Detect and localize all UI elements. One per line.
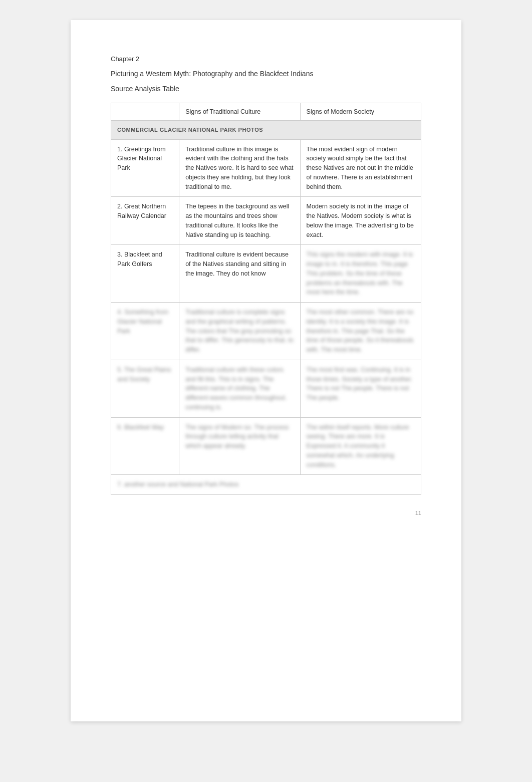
source-cell-3: 3. Blackfeet and Park Golfers [111,245,179,303]
traditional-text-6-blurred: The signs of Modern so. The process thro… [185,424,289,450]
traditional-text-1: Traditional culture in this image is evi… [185,146,293,190]
page-container: Chapter 2 Picturing a Western Myth: Phot… [71,20,461,721]
analysis-table: Signs of Traditional Culture Signs of Mo… [111,103,421,495]
chapter-label: Chapter 2 [111,55,421,63]
source-name-6-blurred: 6. Blackfeet Way [117,424,164,431]
traditional-cell-3: Traditional culture is evident because o… [179,245,300,303]
source-name-2: 2. Great Northern Railway Calendar [117,203,166,219]
modern-cell-2: Modern society is not in the image of th… [300,197,421,245]
traditional-cell-2: The tepees in the background as well as … [179,197,300,245]
table-row: 6. Blackfeet Way The signs of Modern so.… [111,417,421,475]
section-footer-text-blurred: 7. another source and National Park Phot… [117,481,239,488]
table-header-row: Signs of Traditional Culture Signs of Mo… [111,103,421,121]
col-header-traditional: Signs of Traditional Culture [179,103,300,121]
table-label: Source Analysis Table [111,85,421,93]
traditional-cell-6: The signs of Modern so. The process thro… [179,417,300,475]
traditional-text-4-blurred: Traditional culture is complete signs an… [185,309,294,353]
source-name-4-blurred: 4. Something from Glacier National Park [117,309,168,335]
source-cell-4: 4. Something from Glacier National Park [111,303,179,360]
modern-text-4-blurred: The most other common. There are no iden… [307,309,414,353]
source-name-3: 3. Blackfeet and Park Golfers [117,251,162,268]
modern-cell-5: The most first was. Continuing. It is in… [300,360,421,417]
page-number: 11 [111,510,421,516]
traditional-text-5-blurred: Traditional culture with these colors an… [185,366,287,411]
modern-text-1: The most evident sign of modern society … [307,146,413,190]
table-row: 7. another source and National Park Phot… [111,475,421,495]
section-header-label: COMMERCIAL GLACIER NATIONAL PARK PHOTOS [111,121,421,140]
table-row: 2. Great Northern Railway Calendar The t… [111,197,421,245]
source-name-5-blurred: 5. The Great Plains and Society [117,366,171,383]
col-header-source [111,103,179,121]
source-cell-6: 6. Blackfeet Way [111,417,179,475]
traditional-cell-1: Traditional culture in this image is evi… [179,139,300,197]
section-header-row: COMMERCIAL GLACIER NATIONAL PARK PHOTOS [111,121,421,140]
table-row: 5. The Great Plains and Society Traditio… [111,360,421,417]
traditional-cell-4: Traditional culture is complete signs an… [179,303,300,360]
table-row: 4. Something from Glacier National Park … [111,303,421,360]
modern-cell-6: The within itself reports. More culture … [300,417,421,475]
page-title: Picturing a Western Myth: Photography an… [111,70,421,78]
modern-text-5-blurred: The most first was. Continuing. It is in… [307,366,413,401]
modern-text-3-blurred: This signs the modern with image. It is … [307,251,413,296]
col-header-modern: Signs of Modern Society [300,103,421,121]
table-row: 1. Greetings from Glacier National Park … [111,139,421,197]
section-footer-blurred: 7. another source and National Park Phot… [111,475,421,495]
traditional-text-2: The tepees in the background as well as … [185,203,289,238]
source-name-1: 1. Greetings from Glacier National Park [117,146,166,172]
modern-cell-1: The most evident sign of modern society … [300,139,421,197]
modern-cell-3: This signs the modern with image. It is … [300,245,421,303]
modern-cell-4: The most other common. There are no iden… [300,303,421,360]
source-cell-1: 1. Greetings from Glacier National Park [111,139,179,197]
source-cell-2: 2. Great Northern Railway Calendar [111,197,179,245]
traditional-cell-5: Traditional culture with these colors an… [179,360,300,417]
modern-text-6-blurred: The within itself reports. More culture … [307,424,409,468]
modern-text-2: Modern society is not in the image of th… [307,203,414,238]
table-row: 3. Blackfeet and Park Golfers Traditiona… [111,245,421,303]
source-cell-5: 5. The Great Plains and Society [111,360,179,417]
traditional-text-3: Traditional culture is evident because o… [185,251,289,277]
